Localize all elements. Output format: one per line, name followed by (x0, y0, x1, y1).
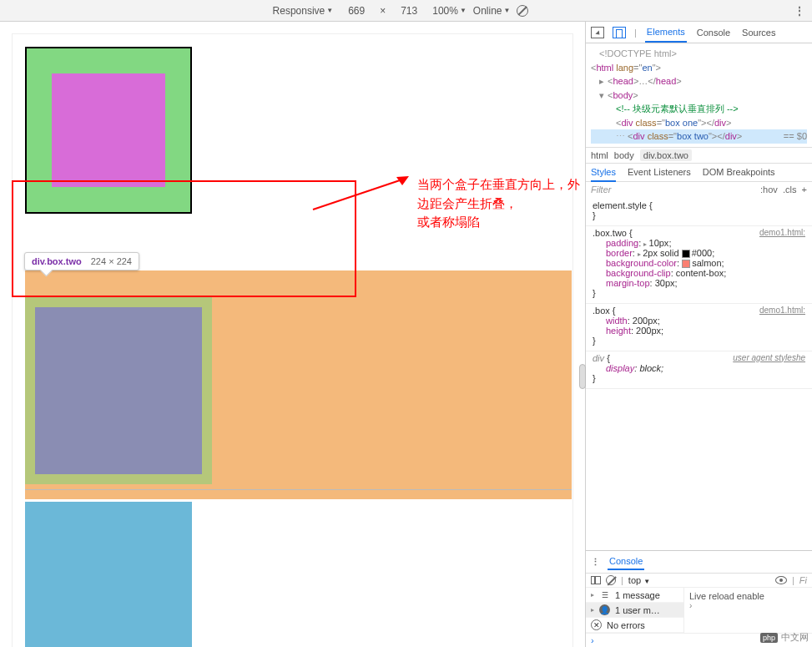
dom-head[interactable]: ▸<head>…</head> (591, 74, 807, 88)
box-one (25, 47, 192, 214)
scrollbar-handle[interactable] (579, 364, 586, 389)
inspect-icon[interactable] (591, 27, 604, 38)
source-link[interactable]: demo1.html: (759, 228, 805, 237)
selector-box-two: .box.two (593, 228, 627, 238)
cls-toggle[interactable]: .cls (783, 184, 797, 195)
main-area: div.box.two 224 × 224 当两个盒子在垂直方向上，外边距会产生… (0, 22, 812, 647)
annotation-line1: 当两个盒子在垂直方向上，外边距会产生折叠， (417, 177, 580, 210)
console-drawer-tabs: ⋮ Console (586, 551, 812, 574)
selector-box: .box (593, 306, 610, 316)
dom-breadcrumb[interactable]: html body div.box.two (586, 148, 812, 164)
crumb-body[interactable]: body (614, 150, 634, 160)
chevron-down-icon: ▼ (326, 7, 333, 14)
console-body: ▸☰1 message ▸👤1 user m… ✕No errors Live … (586, 588, 812, 633)
crumb-current[interactable]: div.box.two (640, 149, 692, 161)
styles-content[interactable]: element.style { } demo1.html: .box.two {… (586, 197, 812, 551)
zoom-dropdown[interactable]: 100% ▼ (432, 5, 467, 17)
dom-box-two-selected[interactable]: ⋯ <div class="box two"></div> == $0 (591, 129, 807, 144)
no-throttle-icon[interactable] (517, 5, 528, 17)
dom-html-open[interactable]: <html lang="en"> (591, 61, 807, 75)
prompt-chevron-icon: › (591, 635, 594, 645)
dom-comment[interactable]: <!-- 块级元素默认垂直排列 --> (591, 102, 807, 116)
messages-icon: ☰ (599, 589, 610, 600)
tooltip-dimensions: 224 × 224 (91, 256, 132, 266)
clear-console-icon[interactable] (606, 575, 616, 585)
sidebar-toggle-icon[interactable] (591, 576, 601, 584)
toolbar-left: Responsive ▼ 669 × 713 100% ▼ Online ▼ (7, 5, 794, 17)
dom-body-open[interactable]: ▾<body> (591, 88, 807, 103)
device-toolbar: Responsive ▼ 669 × 713 100% ▼ Online ▼ ⋮ (0, 0, 812, 22)
box-two-padding (27, 299, 210, 483)
watermark-text: 中文网 (781, 631, 809, 644)
style-block-box-two[interactable]: demo1.html: .box.two { padding: ▸ 10px; … (586, 226, 812, 304)
annotation-line2: 或者称塌陷 (417, 215, 480, 229)
console-sidebar: ▸☰1 message ▸👤1 user m… ✕No errors (586, 588, 684, 633)
box-one-inner (52, 73, 165, 187)
devtools-tab-bar: | Elements Console Sources (586, 22, 812, 43)
chevron-down-icon: ▼ (460, 7, 467, 14)
toolbar-right: ⋮ (794, 5, 805, 17)
hov-toggle[interactable]: :hov (760, 184, 778, 195)
devtools-panel: | Elements Console Sources <!DOCTYPE htm… (586, 22, 812, 647)
style-block-box[interactable]: demo1.html: .box { width: 200px; height:… (586, 304, 812, 351)
error-icon: ✕ (591, 619, 602, 630)
viewport-height-input[interactable]: 713 (392, 5, 426, 17)
console-log-line: Live reload enable (689, 591, 807, 601)
separator: | (634, 28, 637, 38)
dollar-zero: == $0 (784, 129, 807, 144)
box-two-content (35, 307, 202, 474)
box-two (25, 297, 212, 484)
live-expression-icon[interactable] (775, 576, 787, 584)
device-mode-label: Responsive (273, 5, 325, 17)
horizontal-rule (25, 489, 572, 490)
console-row-messages[interactable]: ▸☰1 message (586, 588, 683, 603)
dom-doctype[interactable]: <!DOCTYPE html> (591, 47, 807, 61)
styles-tab-bar: Styles Event Listeners DOM Breakpoints (586, 164, 812, 182)
more-icon[interactable]: ⋮ (794, 5, 805, 17)
filter-input[interactable]: Filter (591, 184, 611, 195)
device-mode-dropdown[interactable]: Responsive ▼ (273, 5, 334, 17)
annotation-text: 当两个盒子在垂直方向上，外边距会产生折叠， 或者称塌陷 (417, 175, 585, 232)
ua-stylesheet-label: user agent styleshe (733, 353, 805, 362)
dom-tree[interactable]: <!DOCTYPE html> <html lang="en"> ▸<head>… (586, 43, 812, 148)
console-drawer-tab[interactable]: Console (608, 553, 644, 570)
box-three (25, 502, 192, 647)
selector-element-style: element.style (593, 200, 647, 210)
styles-filter-bar: Filter :hov .cls + (586, 182, 812, 197)
viewport-panel: div.box.two 224 × 224 当两个盒子在垂直方向上，外边距会产生… (0, 22, 586, 647)
style-block-ua-div[interactable]: user agent styleshe div { display: block… (586, 351, 812, 389)
crumb-html[interactable]: html (591, 150, 608, 160)
console-messages: Live reload enable › (684, 588, 812, 633)
tab-event-listeners[interactable]: Event Listeners (628, 164, 691, 181)
filter-actions: :hov .cls + (760, 184, 807, 195)
style-block-element[interactable]: element.style { } (586, 199, 812, 226)
inspect-tooltip: div.box.two 224 × 224 (24, 252, 139, 270)
dimension-separator: × (380, 5, 386, 17)
tab-elements[interactable]: Elements (645, 23, 687, 43)
chevron-right-icon: › (689, 601, 807, 610)
console-row-errors[interactable]: ✕No errors (586, 618, 683, 633)
network-dropdown[interactable]: Online ▼ (473, 5, 511, 17)
tab-console[interactable]: Console (695, 23, 732, 42)
chevron-down-icon: ▼ (504, 7, 511, 14)
user-icon: 👤 (599, 604, 610, 615)
tab-sources[interactable]: Sources (740, 23, 777, 42)
color-swatch-black[interactable] (682, 250, 690, 258)
zoom-label: 100% (432, 5, 458, 17)
tab-styles[interactable]: Styles (591, 164, 616, 182)
dom-box-one[interactable]: <div class="box one"></div> (591, 116, 807, 130)
color-swatch-salmon[interactable] (682, 260, 690, 268)
context-selector[interactable]: top ▼ (628, 575, 770, 585)
more-icon[interactable]: ⋮ (591, 557, 601, 568)
tab-dom-breakpoints[interactable]: DOM Breakpoints (703, 164, 775, 181)
console-filter-input[interactable]: Fi (799, 575, 807, 585)
source-link[interactable]: demo1.html: (759, 306, 805, 315)
console-row-user[interactable]: ▸👤1 user m… (586, 603, 683, 618)
network-label: Online (473, 5, 502, 17)
console-toolbar: | top ▼ | Fi (586, 574, 812, 588)
new-rule-button[interactable]: + (802, 184, 807, 195)
viewport-width-input[interactable]: 669 (340, 5, 373, 17)
rendered-page: div.box.two 224 × 224 (13, 34, 572, 647)
device-toggle-icon[interactable] (613, 27, 626, 38)
selector-div: div (593, 353, 604, 363)
